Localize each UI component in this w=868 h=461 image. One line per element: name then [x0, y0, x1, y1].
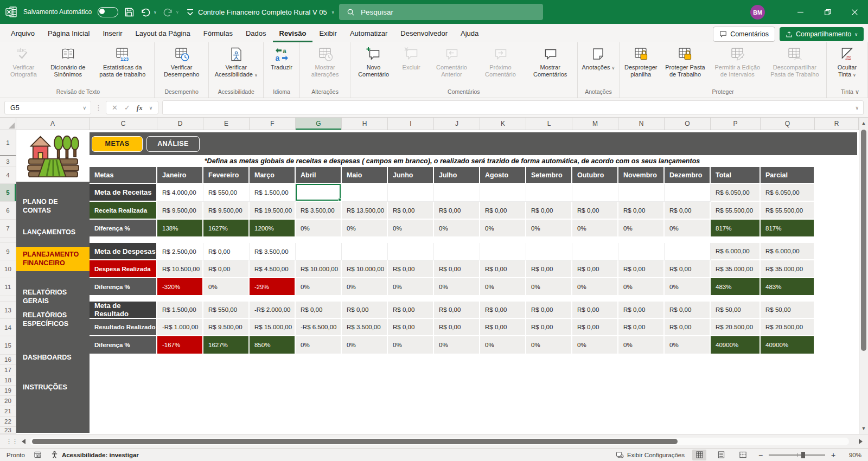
cell-F[interactable]: 1200%	[250, 220, 296, 238]
row-label-receita-realizada[interactable]: Receita Realizada	[90, 202, 157, 220]
column-header-k[interactable]: K	[480, 118, 526, 130]
cell-G[interactable]: R$ 10.000,00	[296, 260, 342, 278]
row-number-10[interactable]: 10	[0, 260, 16, 278]
cell-J[interactable]: R$ 0,00	[434, 319, 480, 336]
formula-bar-grip[interactable]: ⋮	[95, 104, 102, 112]
scroll-up-icon[interactable]: ▲	[859, 119, 868, 127]
cell-E[interactable]: 1627%	[203, 220, 250, 238]
cell-K[interactable]: 0%	[480, 336, 526, 355]
sidebar-item-instrucoes[interactable]: INSTRUÇÕES	[16, 381, 90, 393]
cell-D[interactable]: -320%	[157, 278, 203, 296]
cell-H[interactable]	[342, 243, 388, 260]
horizontal-scrollbar[interactable]: ⋮⋮	[0, 434, 868, 448]
cell-K[interactable]	[480, 184, 526, 202]
cell-P[interactable]: 40900%	[711, 336, 761, 355]
cell-D[interactable]: R$ 9.500,00	[157, 202, 203, 220]
notes-button[interactable]: Anotações∨	[579, 44, 618, 72]
search-input[interactable]: Pesquisar	[339, 4, 543, 20]
cell-I[interactable]	[388, 184, 434, 202]
cell-O[interactable]: 0%	[665, 220, 711, 238]
column-header-h[interactable]: H	[342, 118, 388, 130]
cell-H[interactable]	[342, 184, 388, 202]
row-label-diferenca[interactable]: Diferença %	[90, 278, 157, 296]
row-number-3[interactable]: 3	[0, 156, 16, 167]
cell-F[interactable]: R$ 19.500,00	[250, 202, 296, 220]
cell-I[interactable]: 0%	[388, 220, 434, 238]
cell-K[interactable]: R$ 0,00	[480, 319, 526, 336]
close-button[interactable]	[841, 0, 868, 24]
column-header-l[interactable]: L	[526, 118, 572, 130]
undo-icon[interactable]	[141, 7, 151, 17]
zoom-out-button[interactable]: −	[757, 451, 764, 459]
cell-H[interactable]: 0%	[342, 278, 388, 296]
row-number-23[interactable]: 23	[0, 427, 16, 434]
cell-K[interactable]: R$ 0,00	[480, 302, 526, 319]
row-number-9[interactable]: 9	[0, 243, 16, 260]
cell-M[interactable]: R$ 0,00	[572, 202, 618, 220]
row-number-21[interactable]: 21	[0, 406, 16, 417]
cell-O[interactable]: R$ 0,00	[665, 302, 711, 319]
cell-F[interactable]: -29%	[250, 278, 296, 296]
zoom-slider-thumb[interactable]	[801, 452, 805, 458]
cell-O[interactable]: 0%	[665, 336, 711, 355]
row-number-22[interactable]: 22	[0, 417, 16, 427]
column-header-r[interactable]: R	[815, 118, 859, 130]
cell-L[interactable]: 0%	[526, 220, 572, 238]
cell-K[interactable]: 0%	[480, 220, 526, 238]
sidebar-item-lancamentos[interactable]: LANÇAMENTOS	[16, 226, 90, 238]
cell-M[interactable]: R$ 0,00	[572, 260, 618, 278]
cell-N[interactable]	[618, 243, 665, 260]
cell-G[interactable]: R$ 3.500,00	[296, 202, 342, 220]
restore-button[interactable]	[814, 0, 841, 24]
cell-P[interactable]: R$ 50,00	[711, 302, 761, 319]
cell-D[interactable]: R$ 4.000,00	[157, 184, 203, 202]
analise-button[interactable]: ANÁLISE	[146, 136, 200, 152]
row-number-hidden[interactable]	[0, 296, 16, 302]
cell-O[interactable]: R$ 0,00	[665, 202, 711, 220]
cell-I[interactable]: R$ 0,00	[388, 202, 434, 220]
vertical-scroll-thumb[interactable]	[861, 130, 866, 351]
tab-formulas[interactable]: Fórmulas	[197, 24, 239, 42]
cell-L[interactable]: R$ 0,00	[526, 260, 572, 278]
zoom-in-button[interactable]: +	[830, 451, 837, 459]
tab-revisao[interactable]: Revisão	[273, 24, 313, 42]
cell-G[interactable]	[296, 243, 342, 260]
cell-N[interactable]	[618, 184, 665, 202]
cell-O[interactable]: R$ 0,00	[665, 319, 711, 336]
cell-M[interactable]: 0%	[572, 336, 618, 355]
cell-O[interactable]: R$ 0,00	[665, 260, 711, 278]
cell-O[interactable]	[665, 184, 711, 202]
vertical-scrollbar[interactable]: ▲ ▼	[859, 118, 868, 434]
cell-H[interactable]: R$ 10.000,00	[342, 260, 388, 278]
cell-G[interactable]: -R$ 6.500,00	[296, 319, 342, 336]
title-chevron-icon[interactable]: ∨	[331, 10, 335, 15]
page-break-view-button[interactable]	[736, 450, 750, 460]
cell-H[interactable]: 0%	[342, 220, 388, 238]
customize-toolbar-icon[interactable]	[185, 7, 195, 17]
cell-N[interactable]: R$ 0,00	[618, 302, 665, 319]
row-number-11[interactable]: 11	[0, 278, 16, 296]
formula-expand-icon[interactable]: ∨	[855, 105, 859, 111]
tab-ajuda[interactable]: Ajuda	[454, 24, 485, 42]
scroll-right-icon[interactable]	[859, 439, 863, 444]
cell-F[interactable]: R$ 4.500,00	[250, 260, 296, 278]
name-box[interactable]: G5 ∨	[4, 101, 91, 114]
cell-L[interactable]: R$ 0,00	[526, 319, 572, 336]
cell-O[interactable]	[665, 243, 711, 260]
thesaurus-button[interactable]: Dicionário de Sinônimos	[43, 44, 93, 79]
cell-J[interactable]	[434, 184, 480, 202]
comments-button[interactable]: Comentários	[713, 27, 775, 42]
column-header-d[interactable]: D	[157, 118, 203, 130]
cell-J[interactable]: 0%	[434, 220, 480, 238]
row-label-despesa-realizada[interactable]: Despesa Realizada	[90, 260, 157, 278]
cell-G[interactable]: 0%	[296, 278, 342, 296]
cell-K[interactable]	[480, 243, 526, 260]
display-settings-button[interactable]: Exibir Configurações	[616, 451, 685, 459]
unprotect-sheet-button[interactable]: Desproteger planilha	[621, 44, 660, 79]
cell-E[interactable]: R$ 9.500,00	[203, 202, 250, 220]
name-box-chevron-icon[interactable]: ∨	[82, 105, 91, 111]
row-number-1[interactable]: 1	[0, 130, 16, 156]
cell-L[interactable]: R$ 0,00	[526, 302, 572, 319]
cell-H[interactable]: R$ 3.500,00	[342, 319, 388, 336]
zoom-slider[interactable]	[769, 454, 825, 456]
